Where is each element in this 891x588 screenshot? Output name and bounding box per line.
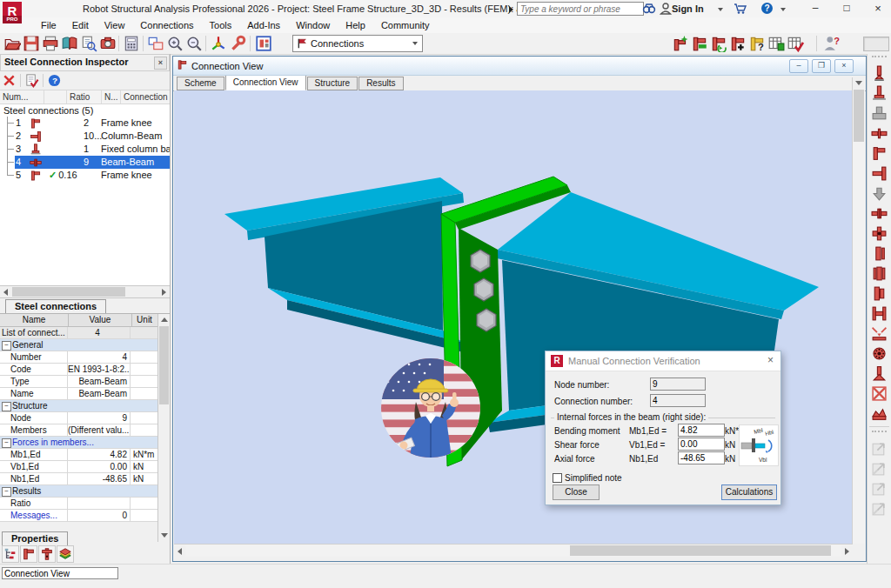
- double-column-plate-icon[interactable]: [869, 304, 890, 323]
- force-value-field[interactable]: [678, 451, 725, 464]
- tree-col-icon[interactable]: [44, 90, 67, 104]
- tree-row-connection-1[interactable]: 12Frame knee: [0, 117, 170, 130]
- grid-group-results[interactable]: −Results: [0, 485, 158, 498]
- connection-knee-icon[interactable]: [20, 545, 37, 563]
- concrete-footing-icon[interactable]: [869, 104, 890, 123]
- tab-properties[interactable]: Properties: [2, 531, 68, 545]
- bracing-connection-icon[interactable]: [869, 324, 890, 343]
- print-icon[interactable]: [42, 35, 59, 52]
- view-tab-structure[interactable]: Structure: [307, 77, 358, 90]
- column-two-plates-icon[interactable]: [869, 264, 890, 283]
- search-collapse-icon[interactable]: [509, 6, 513, 13]
- grid-row-messages[interactable]: Messages...0: [0, 510, 158, 522]
- grid-group-general[interactable]: −General: [0, 339, 158, 351]
- connection-definition-icon[interactable]: [691, 35, 708, 52]
- tree-col-n[interactable]: N...: [102, 90, 121, 104]
- status-layout-field[interactable]: [2, 567, 118, 579]
- sign-in-button[interactable]: Sign In: [672, 0, 723, 17]
- menu-addins[interactable]: Add-Ins: [239, 17, 288, 33]
- menu-window[interactable]: Window: [288, 17, 338, 33]
- view-vscrollbar[interactable]: [852, 77, 865, 544]
- layers-icon[interactable]: [57, 545, 74, 563]
- grid-row-code[interactable]: CodeEN 1993-1-8:2...: [0, 364, 158, 376]
- column-plate-icon[interactable]: [869, 244, 890, 263]
- layout-selector-icon[interactable]: [255, 35, 272, 52]
- menu-file[interactable]: File: [33, 17, 64, 33]
- grid-row-nb1-ed[interactable]: Nb1,Ed-48.65kN: [0, 473, 158, 485]
- grid-group-structure[interactable]: −Structure: [0, 400, 158, 412]
- tree-hscrollbar[interactable]: [0, 286, 170, 298]
- grid-group-forces-in-members[interactable]: −Forces in members...: [0, 437, 158, 449]
- column-beam-icon[interactable]: [869, 164, 890, 183]
- layout-combo[interactable]: Connections: [292, 35, 423, 52]
- tab-steel-connections[interactable]: Steel connections: [5, 299, 106, 313]
- view-windows-icon[interactable]: [147, 35, 164, 52]
- grid-vscrollbar[interactable]: [157, 314, 170, 542]
- grid-row-list-of-connect[interactable]: List of connect...4: [0, 327, 158, 339]
- tree-row-connection-4[interactable]: 49Beam-Beam: [0, 156, 170, 169]
- beam-splice-icon[interactable]: [869, 124, 890, 143]
- zoom-out-icon[interactable]: [185, 35, 203, 52]
- open-icon[interactable]: [3, 35, 21, 52]
- ring-connection-icon[interactable]: [869, 344, 890, 363]
- connection-view-titlebar[interactable]: Connection View – ❐ ×: [173, 57, 866, 76]
- connection-wizard-icon[interactable]: ?: [748, 35, 766, 52]
- pinned-column-base-icon[interactable]: [869, 63, 890, 83]
- force-value-field[interactable]: [678, 438, 725, 451]
- connection-table-icon[interactable]: [767, 35, 785, 52]
- child-close-button[interactable]: ×: [834, 59, 854, 73]
- inspector-tree-icon[interactable]: [2, 545, 19, 563]
- view-tab-results[interactable]: Results: [358, 77, 403, 90]
- calculator-icon[interactable]: [123, 35, 140, 52]
- grid-row-members[interactable]: Members(Different valu...: [0, 424, 158, 437]
- 3d-view-icon[interactable]: [210, 35, 227, 52]
- grid-row-type[interactable]: TypeBeam-Beam: [0, 376, 158, 388]
- help-dropdown-icon[interactable]: [780, 8, 786, 11]
- menu-edit[interactable]: Edit: [64, 17, 97, 33]
- connection-number-field[interactable]: [650, 394, 706, 407]
- base-plate-icon[interactable]: [869, 404, 890, 423]
- zoom-in-icon[interactable]: [166, 35, 184, 52]
- dialog-titlebar[interactable]: R Manual Connection Verification ×: [546, 351, 780, 371]
- grid-row-vb1-ed[interactable]: Vb1,Ed0.00kN: [0, 461, 158, 473]
- cart-icon[interactable]: [734, 2, 747, 16]
- view-tab-connection-view[interactable]: Connection View: [225, 75, 306, 90]
- calculation-note-icon[interactable]: [24, 73, 39, 88]
- beam-beam-icon[interactable]: [869, 204, 890, 223]
- tree-row-connection-2[interactable]: 210...Column-Beam: [0, 130, 170, 143]
- child-restore-button[interactable]: ❐: [812, 59, 831, 73]
- menu-connections[interactable]: Connections: [132, 17, 201, 33]
- inspector-close-icon[interactable]: ×: [154, 57, 167, 70]
- connection-update-icon[interactable]: [710, 35, 727, 52]
- grid-row-number[interactable]: Number4: [0, 351, 158, 364]
- delete-connection-icon[interactable]: [2, 73, 17, 88]
- tree-col-ratio[interactable]: Ratio: [67, 90, 102, 104]
- help-icon[interactable]: ?: [47, 73, 62, 88]
- preferences-icon[interactable]: [229, 35, 246, 52]
- search-document-icon[interactable]: [80, 35, 97, 52]
- view-hscrollbar[interactable]: [174, 544, 853, 557]
- simplified-note-checkbox[interactable]: [553, 473, 562, 483]
- beam-bolted-plate-icon[interactable]: [869, 224, 890, 243]
- close-button[interactable]: ×: [863, 0, 891, 17]
- tree-col-number[interactable]: Num...: [0, 90, 44, 104]
- view-tab-scheme[interactable]: Scheme: [177, 77, 224, 90]
- keyword-search-input[interactable]: [517, 2, 644, 16]
- binoculars-icon[interactable]: [642, 2, 656, 16]
- screen-capture-icon[interactable]: [99, 35, 117, 52]
- print-preview-icon[interactable]: [61, 35, 78, 52]
- force-value-field[interactable]: [678, 424, 725, 437]
- frame-knee-icon[interactable]: [869, 144, 890, 163]
- menu-tools[interactable]: Tools: [202, 17, 240, 33]
- dialog-close-icon[interactable]: ×: [767, 354, 774, 366]
- fixed-column-base-icon[interactable]: [869, 84, 890, 103]
- user-icon[interactable]: [659, 2, 673, 16]
- menu-view[interactable]: View: [97, 17, 133, 33]
- tree-row-connection-3[interactable]: 31Fixed column ba...: [0, 143, 170, 156]
- save-icon[interactable]: [23, 35, 40, 52]
- grid-row-mb1-ed[interactable]: Mb1,Ed4.82kN*m: [0, 449, 158, 461]
- grid-row-ratio[interactable]: Ratio: [0, 498, 158, 510]
- column-anchor-icon[interactable]: [869, 364, 890, 383]
- calculations-button[interactable]: Calculations: [721, 484, 777, 500]
- combo-dropdown-icon[interactable]: [408, 37, 422, 50]
